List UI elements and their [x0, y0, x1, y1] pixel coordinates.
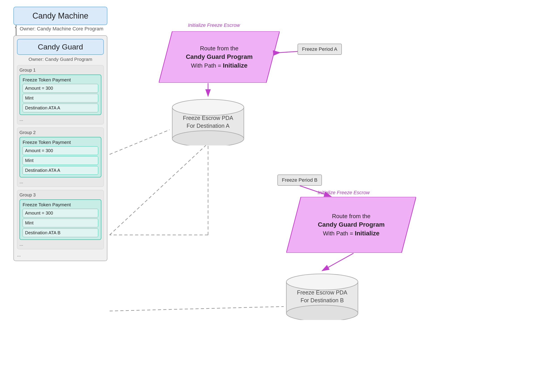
group-3-field-0: Amount = 300	[23, 209, 98, 217]
group-1-dots: ...	[20, 117, 101, 122]
group-1-field-1: Mint	[23, 94, 98, 103]
freeze-period-b: Freeze Period B	[277, 175, 322, 186]
svg-point-6	[286, 274, 358, 290]
route-box-2-text: Route from the Candy Guard Program With …	[318, 212, 385, 238]
candy-guard-outer: Candy Guard Owner: Candy Guard Program G…	[14, 35, 107, 261]
group-2-guard-title: Freeze Token Payment	[23, 140, 98, 145]
group-1-guard-title: Freeze Token Payment	[23, 77, 98, 83]
left-panel: Candy Machine Owner: Candy Machine Core …	[14, 7, 107, 261]
route-box-1-text: Route from the Candy Guard Program With …	[186, 44, 253, 70]
group-1-field-0: Amount = 300	[23, 84, 98, 93]
cylinder-1-label: Freeze Escrow PDAFor Destination A	[170, 114, 246, 130]
candy-machine-box: Candy Machine	[14, 7, 107, 25]
candy-guard-title: Candy Guard	[22, 42, 99, 51]
cylinder-1: Freeze Escrow PDAFor Destination A	[170, 96, 246, 146]
cylinder-2: Freeze Escrow PDAFor Destination B	[284, 271, 360, 321]
svg-line-13	[110, 146, 206, 235]
freeze-period-a: Freeze Period A	[297, 44, 342, 55]
group-2: Group 2 Freeze Token Payment Amount = 30…	[17, 127, 104, 187]
svg-point-7	[286, 305, 358, 320]
group-2-field-2: Destination ATA A	[23, 166, 98, 175]
cylinder-2-label: Freeze Escrow PDAFor Destination B	[284, 289, 360, 304]
group-3-field-2: Destination ATA B	[23, 228, 98, 237]
diagram-container: Candy Machine Owner: Candy Machine Core …	[0, 0, 553, 392]
group-1-field-2: Destination ATA A	[23, 104, 98, 112]
route-box-2: Route from the Candy Guard Program With …	[286, 197, 416, 253]
group-1-freeze-token: Freeze Token Payment Amount = 300 Mint D…	[20, 75, 101, 115]
svg-line-16	[110, 307, 284, 311]
route-box-1: Route from the Candy Guard Program With …	[159, 31, 280, 83]
svg-line-15	[322, 253, 353, 271]
group-1-label: Group 1	[20, 68, 101, 73]
group-2-freeze-token: Freeze Token Payment Amount = 300 Mint D…	[20, 137, 101, 177]
group-2-dots: ...	[20, 179, 101, 184]
svg-line-10	[280, 51, 297, 53]
group-3: Group 3 Freeze Token Payment Amount = 30…	[17, 190, 104, 249]
candy-machine-owner: Owner: Candy Machine Core Program	[14, 26, 107, 32]
group-2-field-1: Mint	[23, 156, 98, 165]
group-1: Group 1 Freeze Token Payment Amount = 30…	[17, 65, 104, 124]
group-3-guard-title: Freeze Token Payment	[23, 202, 98, 207]
candy-machine-title: Candy Machine	[18, 11, 103, 21]
bottom-dots: ...	[17, 252, 104, 258]
group-3-label: Group 3	[20, 192, 101, 197]
group-3-dots: ...	[20, 242, 101, 247]
init-label-2: Initialize Freeze Escrow	[318, 190, 370, 196]
group-2-label: Group 2	[20, 130, 101, 135]
svg-point-3	[172, 131, 244, 146]
init-label-1: Initialize Freeze Escrow	[188, 22, 240, 28]
svg-line-12	[110, 130, 170, 154]
svg-point-2	[172, 99, 244, 115]
candy-guard-owner: Owner: Candy Guard Program	[17, 57, 104, 62]
group-3-field-1: Mint	[23, 219, 98, 227]
group-2-field-0: Amount = 300	[23, 146, 98, 155]
candy-guard-box: Candy Guard	[17, 39, 104, 55]
group-3-freeze-token: Freeze Token Payment Amount = 300 Mint D…	[20, 199, 101, 240]
